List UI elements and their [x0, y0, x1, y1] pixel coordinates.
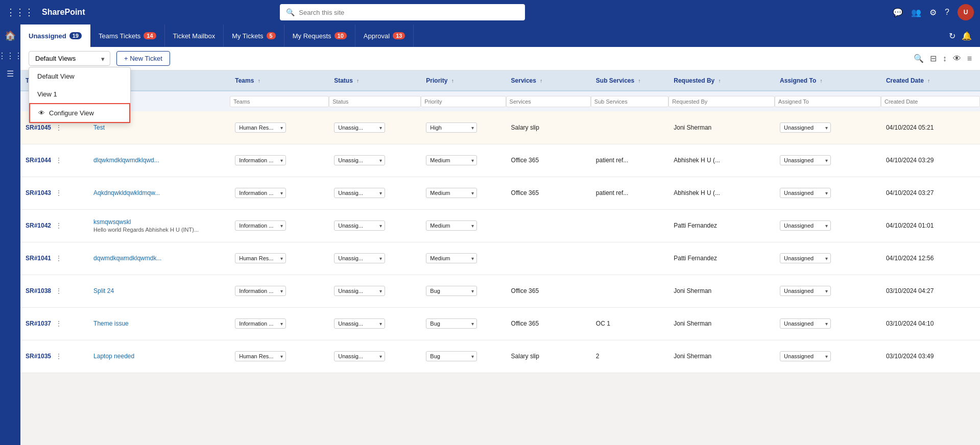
filter-services-input[interactable] [506, 96, 591, 107]
ticket-subject-link[interactable]: ksmqwsqwskl [93, 218, 131, 226]
sidebar-toggle[interactable]: 🏠 [0, 24, 20, 47]
help-icon[interactable]: ? [945, 8, 949, 17]
ticket-subject-link[interactable]: Test [93, 124, 105, 131]
tab-approval[interactable]: Approval 13 [355, 24, 414, 47]
filter-created-date-input[interactable] [881, 96, 980, 107]
teams-select[interactable]: Information ... [235, 286, 286, 296]
toolbar-view-icon[interactable]: 👁 [953, 54, 961, 63]
ticket-subject-link[interactable]: dlqwkmdklqwmdklqwd... [93, 157, 159, 164]
sidebar-dots-icon[interactable]: ⋮⋮⋮ [0, 51, 22, 61]
status-select[interactable]: Unassig... [334, 286, 385, 296]
filter-sub-services-input[interactable] [591, 96, 668, 107]
teams-select[interactable]: Human Res... [235, 351, 286, 361]
assigned-to-select[interactable]: Unassigned [780, 318, 831, 329]
priority-select[interactable]: Bug [426, 351, 477, 361]
status-select[interactable]: Unassig... [334, 220, 385, 231]
priority-select[interactable]: Medium [426, 188, 477, 198]
filter-teams-input[interactable] [230, 96, 329, 107]
filter-requested-by-input[interactable] [668, 96, 775, 107]
assigned-to-select[interactable]: Unassigned [780, 188, 831, 198]
home-icon[interactable]: 🏠 [5, 30, 16, 41]
status-select[interactable]: Unassig... [334, 155, 385, 165]
notification-icon[interactable]: 🔔 [962, 31, 972, 41]
filter-assigned-to-input[interactable] [775, 96, 881, 107]
ticket-subject-link[interactable]: Split 24 [93, 287, 114, 294]
status-select[interactable]: Unassig... [334, 318, 385, 329]
teams-select[interactable]: Information ... [235, 155, 286, 165]
row-context-menu[interactable]: ⋮ [53, 123, 64, 132]
teams-select[interactable]: Information ... [235, 188, 286, 198]
new-ticket-button[interactable]: + New Ticket [116, 51, 170, 66]
priority-select[interactable]: Medium [426, 253, 477, 263]
teams-select[interactable]: Information ... [235, 220, 286, 231]
ticket-id-link[interactable]: SR#1037 [26, 320, 51, 327]
dropdown-item-view1[interactable]: View 1 [29, 85, 130, 103]
row-context-menu[interactable]: ⋮ [53, 319, 64, 328]
ticket-id-link[interactable]: SR#1035 [26, 353, 51, 360]
filter-assigned-to [775, 91, 881, 111]
tab-ticket-mailbox[interactable]: Ticket Mailbox [165, 24, 224, 47]
cell-assigned-to: Unassigned [775, 144, 881, 177]
sidebar-menu-icon[interactable]: ☰ [7, 69, 14, 79]
toolbar-sort-icon[interactable]: ↕ [943, 54, 947, 63]
teams-select[interactable]: Human Res... [235, 122, 286, 133]
ticket-id-link[interactable]: SR#1038 [26, 287, 51, 294]
refresh-icon[interactable]: ↻ [949, 31, 955, 41]
status-select[interactable]: Unassig... [334, 188, 385, 198]
priority-select[interactable]: High [426, 122, 477, 133]
cell-teams: Information ... [230, 275, 329, 307]
dropdown-item-configure-view[interactable]: 👁 Configure View [29, 103, 130, 123]
avatar[interactable]: U [958, 4, 974, 20]
tab-unassigned[interactable]: Unassigned 19 [20, 24, 90, 47]
row-context-menu[interactable]: ⋮ [53, 221, 64, 230]
people-icon[interactable]: 👥 [911, 8, 921, 17]
status-select[interactable]: Unassig... [334, 122, 385, 133]
ticket-id-link[interactable]: SR#1045 [26, 124, 51, 131]
teams-select-wrapper: Information ... [235, 286, 286, 296]
tab-my-tickets[interactable]: My Tickets 5 [224, 24, 284, 47]
ticket-id-link[interactable]: SR#1043 [26, 189, 51, 196]
row-context-menu[interactable]: ⋮ [53, 156, 64, 164]
cell-status: Unassig... [329, 209, 421, 242]
app-grid-icon[interactable]: ⋮⋮⋮ [6, 7, 34, 18]
ticket-subject-link[interactable]: dqwmdkqwmdklqwmdk... [93, 255, 161, 262]
status-select[interactable]: Unassig... [334, 351, 385, 361]
assigned-to-select[interactable]: Unassigned [780, 351, 831, 361]
ticket-id-link[interactable]: SR#1042 [26, 222, 51, 229]
row-context-menu[interactable]: ⋮ [53, 352, 64, 360]
assigned-to-select[interactable]: Unassigned [780, 122, 831, 133]
row-context-menu[interactable]: ⋮ [53, 189, 64, 197]
filter-status-input[interactable] [329, 96, 421, 107]
priority-select[interactable]: Medium [426, 220, 477, 231]
dropdown-item-default-view[interactable]: Default View [29, 67, 130, 85]
settings-icon[interactable]: ⚙ [929, 8, 937, 17]
teams-select[interactable]: Human Res... [235, 253, 286, 263]
created-date-value: 03/10/2024 04:10 [886, 320, 934, 327]
ticket-id-link[interactable]: SR#1041 [26, 255, 51, 262]
assigned-to-select[interactable]: Unassigned [780, 253, 831, 263]
ticket-subject-link[interactable]: Theme issue [93, 320, 129, 327]
created-date-value: 04/10/2024 01:01 [886, 222, 934, 229]
priority-select[interactable]: Medium [426, 155, 477, 165]
priority-select[interactable]: Bug [426, 318, 477, 329]
ticket-id-link[interactable]: SR#1044 [26, 157, 51, 164]
chat-icon[interactable]: 💬 [893, 8, 903, 17]
view-dropdown-button[interactable]: Default Views [29, 51, 110, 66]
toolbar-filter-icon[interactable]: ⊟ [930, 54, 937, 63]
assigned-to-select[interactable]: Unassigned [780, 286, 831, 296]
toolbar-search-icon[interactable]: 🔍 [914, 54, 924, 63]
search-input[interactable] [299, 9, 519, 16]
tab-teams-tickets[interactable]: Teams Tickets 14 [90, 24, 165, 47]
row-context-menu[interactable]: ⋮ [53, 254, 64, 262]
filter-priority-input[interactable] [421, 96, 506, 107]
assigned-to-select[interactable]: Unassigned [780, 155, 831, 165]
priority-select[interactable]: Bug [426, 286, 477, 296]
tab-my-requests[interactable]: My Requests 10 [284, 24, 355, 47]
ticket-subject-link[interactable]: Laptop needed [93, 353, 134, 360]
ticket-subject-link[interactable]: Aqkdnqwkldqwkldmqw... [93, 189, 160, 196]
status-select[interactable]: Unassig... [334, 253, 385, 263]
assigned-to-select[interactable]: Unassigned [780, 220, 831, 231]
teams-select[interactable]: Information ... [235, 318, 286, 329]
row-context-menu[interactable]: ⋮ [53, 287, 64, 295]
toolbar-more-icon[interactable]: ≡ [967, 54, 972, 63]
